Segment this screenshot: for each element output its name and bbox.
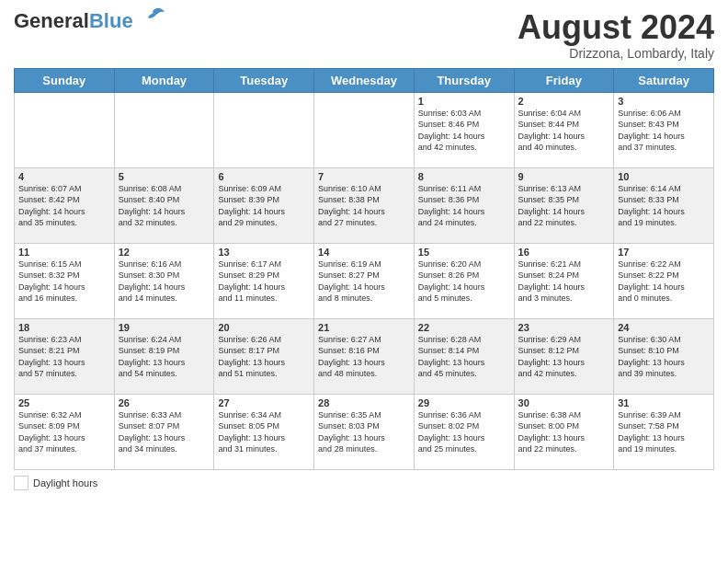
- calendar-week-row: 4Sunrise: 6:07 AM Sunset: 8:42 PM Daylig…: [15, 167, 714, 243]
- calendar-cell: 10Sunrise: 6:14 AM Sunset: 8:33 PM Dayli…: [614, 167, 714, 243]
- header: General Blue August 2024 Drizzona, Lomba…: [14, 9, 714, 61]
- day-number: 9: [518, 171, 610, 182]
- page: General Blue August 2024 Drizzona, Lomba…: [0, 0, 728, 563]
- day-info: Sunrise: 6:24 AM Sunset: 8:19 PM Dayligh…: [119, 335, 186, 379]
- calendar-cell: 12Sunrise: 6:16 AM Sunset: 8:30 PM Dayli…: [114, 243, 214, 318]
- calendar-cell: 13Sunrise: 6:17 AM Sunset: 8:29 PM Dayli…: [214, 243, 314, 318]
- legend-box: [14, 476, 28, 490]
- day-number: 25: [18, 397, 110, 408]
- calendar-cell: 11Sunrise: 6:15 AM Sunset: 8:32 PM Dayli…: [15, 243, 115, 318]
- day-info: Sunrise: 6:16 AM Sunset: 8:30 PM Dayligh…: [119, 259, 186, 304]
- day-info: Sunrise: 6:22 AM Sunset: 8:22 PM Dayligh…: [618, 259, 685, 304]
- day-info: Sunrise: 6:04 AM Sunset: 8:44 PM Dayligh…: [518, 109, 586, 153]
- day-info: Sunrise: 6:35 AM Sunset: 8:03 PM Dayligh…: [318, 410, 385, 454]
- day-number: 15: [418, 247, 510, 258]
- calendar-cell: 2Sunrise: 6:04 AM Sunset: 8:44 PM Daylig…: [514, 92, 614, 167]
- day-number: 23: [518, 322, 610, 333]
- calendar-header-row: Sunday Monday Tuesday Wednesday Thursday…: [15, 68, 714, 92]
- col-tuesday: Tuesday: [214, 68, 314, 92]
- calendar-cell: 5Sunrise: 6:08 AM Sunset: 8:40 PM Daylig…: [114, 167, 214, 243]
- footer-legend: Daylight hours: [14, 476, 714, 490]
- day-info: Sunrise: 6:11 AM Sunset: 8:36 PM Dayligh…: [418, 184, 485, 228]
- day-info: Sunrise: 6:36 AM Sunset: 8:02 PM Dayligh…: [418, 410, 485, 454]
- day-number: 7: [318, 171, 410, 182]
- day-number: 10: [618, 171, 710, 182]
- day-number: 31: [618, 397, 710, 408]
- day-number: 29: [418, 397, 510, 408]
- col-monday: Monday: [114, 68, 214, 92]
- day-info: Sunrise: 6:07 AM Sunset: 8:42 PM Dayligh…: [18, 184, 85, 228]
- day-number: 18: [18, 322, 110, 333]
- calendar-cell: 25Sunrise: 6:32 AM Sunset: 8:09 PM Dayli…: [15, 394, 115, 469]
- day-info: Sunrise: 6:32 AM Sunset: 8:09 PM Dayligh…: [18, 410, 85, 454]
- calendar-cell: [114, 92, 214, 167]
- day-info: Sunrise: 6:17 AM Sunset: 8:29 PM Dayligh…: [218, 259, 285, 304]
- calendar-cell: 27Sunrise: 6:34 AM Sunset: 8:05 PM Dayli…: [214, 394, 314, 469]
- day-number: 17: [618, 247, 710, 258]
- calendar-cell: 24Sunrise: 6:30 AM Sunset: 8:10 PM Dayli…: [614, 318, 714, 394]
- col-friday: Friday: [514, 68, 614, 92]
- calendar-cell: 1Sunrise: 6:03 AM Sunset: 8:46 PM Daylig…: [414, 92, 514, 167]
- logo-blue: Blue: [89, 9, 133, 33]
- day-number: 21: [318, 322, 410, 333]
- col-sunday: Sunday: [15, 68, 115, 92]
- day-number: 11: [18, 247, 110, 258]
- day-info: Sunrise: 6:27 AM Sunset: 8:16 PM Dayligh…: [318, 335, 385, 379]
- day-number: 26: [119, 397, 210, 408]
- day-info: Sunrise: 6:29 AM Sunset: 8:12 PM Dayligh…: [518, 335, 586, 379]
- calendar-cell: [15, 92, 115, 167]
- day-info: Sunrise: 6:06 AM Sunset: 8:43 PM Dayligh…: [618, 109, 685, 153]
- calendar-cell: 31Sunrise: 6:39 AM Sunset: 7:58 PM Dayli…: [614, 394, 714, 469]
- calendar-week-row: 1Sunrise: 6:03 AM Sunset: 8:46 PM Daylig…: [15, 92, 714, 167]
- day-info: Sunrise: 6:14 AM Sunset: 8:33 PM Dayligh…: [618, 184, 685, 228]
- col-wednesday: Wednesday: [314, 68, 415, 92]
- day-number: 22: [418, 322, 510, 333]
- day-number: 3: [618, 96, 710, 107]
- day-number: 19: [119, 322, 210, 333]
- day-number: 24: [618, 322, 710, 333]
- day-info: Sunrise: 6:33 AM Sunset: 8:07 PM Dayligh…: [119, 410, 186, 454]
- day-info: Sunrise: 6:09 AM Sunset: 8:39 PM Dayligh…: [218, 184, 285, 228]
- day-number: 16: [518, 247, 610, 258]
- calendar-cell: 4Sunrise: 6:07 AM Sunset: 8:42 PM Daylig…: [15, 167, 115, 243]
- calendar-cell: 15Sunrise: 6:20 AM Sunset: 8:26 PM Dayli…: [414, 243, 514, 318]
- logo: General Blue: [14, 9, 165, 33]
- calendar-cell: 7Sunrise: 6:10 AM Sunset: 8:38 PM Daylig…: [314, 167, 415, 243]
- day-info: Sunrise: 6:08 AM Sunset: 8:40 PM Dayligh…: [119, 184, 186, 228]
- calendar-cell: 3Sunrise: 6:06 AM Sunset: 8:43 PM Daylig…: [614, 92, 714, 167]
- day-number: 27: [218, 397, 310, 408]
- day-number: 2: [518, 96, 610, 107]
- calendar-week-row: 25Sunrise: 6:32 AM Sunset: 8:09 PM Dayli…: [15, 394, 714, 469]
- logo-general: General: [14, 9, 89, 33]
- calendar-cell: 30Sunrise: 6:38 AM Sunset: 8:00 PM Dayli…: [514, 394, 614, 469]
- location: Drizzona, Lombardy, Italy: [518, 46, 714, 61]
- day-number: 8: [418, 171, 510, 182]
- calendar-cell: 16Sunrise: 6:21 AM Sunset: 8:24 PM Dayli…: [514, 243, 614, 318]
- day-number: 28: [318, 397, 410, 408]
- day-number: 4: [18, 171, 110, 182]
- day-info: Sunrise: 6:13 AM Sunset: 8:35 PM Dayligh…: [518, 184, 586, 228]
- day-number: 1: [418, 96, 510, 107]
- day-info: Sunrise: 6:03 AM Sunset: 8:46 PM Dayligh…: [418, 109, 485, 153]
- day-info: Sunrise: 6:20 AM Sunset: 8:26 PM Dayligh…: [418, 259, 485, 304]
- day-info: Sunrise: 6:21 AM Sunset: 8:24 PM Dayligh…: [518, 259, 586, 304]
- calendar-cell: 9Sunrise: 6:13 AM Sunset: 8:35 PM Daylig…: [514, 167, 614, 243]
- day-info: Sunrise: 6:19 AM Sunset: 8:27 PM Dayligh…: [318, 259, 385, 304]
- day-info: Sunrise: 6:15 AM Sunset: 8:32 PM Dayligh…: [18, 259, 85, 304]
- calendar-cell: 28Sunrise: 6:35 AM Sunset: 8:03 PM Dayli…: [314, 394, 415, 469]
- day-info: Sunrise: 6:10 AM Sunset: 8:38 PM Dayligh…: [318, 184, 385, 228]
- day-info: Sunrise: 6:39 AM Sunset: 7:58 PM Dayligh…: [618, 410, 685, 454]
- day-number: 30: [518, 397, 610, 408]
- calendar-cell: 8Sunrise: 6:11 AM Sunset: 8:36 PM Daylig…: [414, 167, 514, 243]
- calendar-week-row: 11Sunrise: 6:15 AM Sunset: 8:32 PM Dayli…: [15, 243, 714, 318]
- calendar-cell: 17Sunrise: 6:22 AM Sunset: 8:22 PM Dayli…: [614, 243, 714, 318]
- day-number: 6: [218, 171, 310, 182]
- day-number: 12: [119, 247, 210, 258]
- calendar-cell: 21Sunrise: 6:27 AM Sunset: 8:16 PM Dayli…: [314, 318, 415, 394]
- calendar-cell: 6Sunrise: 6:09 AM Sunset: 8:39 PM Daylig…: [214, 167, 314, 243]
- calendar-cell: 20Sunrise: 6:26 AM Sunset: 8:17 PM Dayli…: [214, 318, 314, 394]
- day-info: Sunrise: 6:30 AM Sunset: 8:10 PM Dayligh…: [618, 335, 685, 379]
- day-info: Sunrise: 6:38 AM Sunset: 8:00 PM Dayligh…: [518, 410, 586, 454]
- calendar-cell: 14Sunrise: 6:19 AM Sunset: 8:27 PM Dayli…: [314, 243, 415, 318]
- day-info: Sunrise: 6:28 AM Sunset: 8:14 PM Dayligh…: [418, 335, 485, 379]
